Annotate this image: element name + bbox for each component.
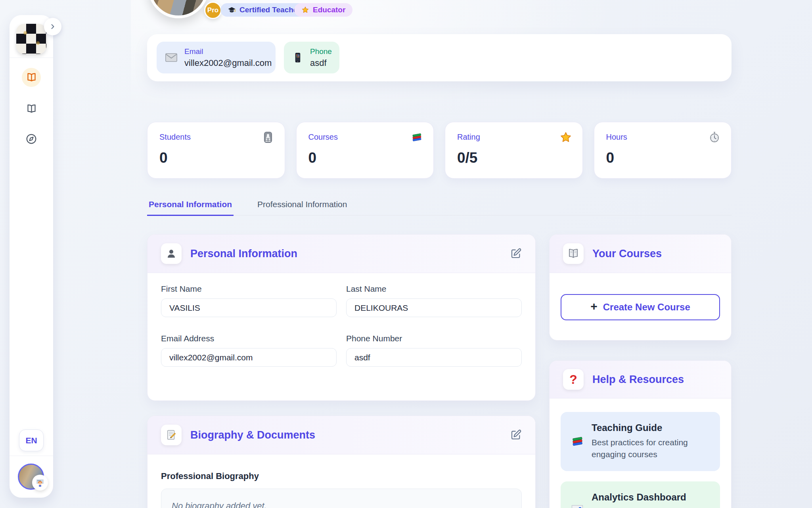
star-icon xyxy=(301,6,309,14)
sidebar-expand-button[interactable] xyxy=(44,18,61,35)
biography-section-label: Professional Biography xyxy=(161,471,522,481)
form-field-last-name: Last Name xyxy=(346,284,522,317)
card-title: Your Courses xyxy=(592,248,662,260)
personal-info-form: First Name Last Name Email Address Phone… xyxy=(147,273,535,378)
books-icon xyxy=(570,434,584,448)
tab-personal-information[interactable]: Personal Information xyxy=(147,198,234,216)
help-item-analytics-dashboard[interactable]: Analytics Dashboard Advanced insights in… xyxy=(561,481,720,508)
email-input[interactable] xyxy=(161,348,337,367)
graduation-cap-icon xyxy=(228,6,236,14)
email-value: villex2002@gmail.com xyxy=(184,58,272,68)
form-field-email: Email Address xyxy=(161,334,337,367)
email-chip: Email villex2002@gmail.com xyxy=(157,42,276,73)
email-label: Email xyxy=(184,47,272,56)
edit-biography-button[interactable] xyxy=(510,429,522,441)
card-header: Biography & Documents xyxy=(147,416,535,454)
stat-card-rating: Rating 0/5 xyxy=(445,122,583,179)
help-item-teaching-guide[interactable]: Teaching Guide Best practices for creati… xyxy=(561,412,720,471)
book-open-icon xyxy=(26,104,37,114)
personal-information-card: Personal Information First Name Last Nam… xyxy=(147,234,536,401)
sidebar-divider xyxy=(10,456,53,456)
teacher-icon xyxy=(32,475,48,491)
stat-value: 0 xyxy=(606,150,720,166)
sidebar-divider xyxy=(10,58,53,58)
language-button[interactable]: EN xyxy=(19,429,44,451)
edit-personal-info-button[interactable] xyxy=(510,248,522,260)
stat-label: Courses xyxy=(308,133,422,142)
sidebar-item-courses[interactable] xyxy=(22,68,41,87)
open-book-icon xyxy=(563,243,584,264)
card-header: Personal Information xyxy=(147,235,535,273)
chevron-right-icon xyxy=(49,23,57,31)
courses-body: + Create New Course xyxy=(550,273,731,341)
field-label: Last Name xyxy=(346,284,522,294)
biography-body: Professional Biography No biography adde… xyxy=(147,454,535,508)
plus-icon: + xyxy=(590,300,598,312)
create-new-course-button[interactable]: + Create New Course xyxy=(561,294,720,320)
card-header: ? Help & Resources xyxy=(550,361,731,398)
mobile-phone-icon xyxy=(292,52,304,64)
edit-icon xyxy=(510,248,522,260)
phone-label: Phone xyxy=(310,47,332,56)
students-icon xyxy=(262,131,274,144)
stopwatch-icon xyxy=(708,131,721,144)
last-name-input[interactable] xyxy=(346,298,522,317)
pro-badge-label: Pro xyxy=(207,6,218,14)
books-icon xyxy=(410,131,423,144)
card-title: Biography & Documents xyxy=(190,429,315,441)
card-title: Personal Information xyxy=(190,248,297,260)
phone-chip: Phone asdf xyxy=(284,42,339,73)
contact-card: Email villex2002@gmail.com Phone asdf xyxy=(147,34,732,81)
phone-value: asdf xyxy=(310,58,332,68)
profile-tabs: Personal Information Professional Inform… xyxy=(147,198,732,216)
stat-value: 0 xyxy=(159,150,273,166)
profile-photo[interactable] xyxy=(148,0,209,18)
stat-label: Students xyxy=(159,133,273,142)
biography-empty-box: No biography added yet. xyxy=(161,489,522,508)
help-item-description: Advanced insights into student performan… xyxy=(592,506,710,508)
teacher-dashboard: EN Pro Certified Teacher Educator xyxy=(0,0,812,508)
field-label: Phone Number xyxy=(346,334,522,343)
star-icon xyxy=(559,131,572,144)
sidebar: EN xyxy=(10,15,53,498)
stat-label: Hours xyxy=(606,133,720,142)
first-name-input[interactable] xyxy=(161,298,337,317)
form-field-first-name: First Name xyxy=(161,284,337,317)
educator-badge: Educator xyxy=(294,3,352,17)
tab-professional-information[interactable]: Professional Information xyxy=(256,198,349,215)
stat-card-students: Students 0 xyxy=(147,122,285,179)
stat-card-courses: Courses 0 xyxy=(296,122,434,179)
stat-label: Rating xyxy=(457,133,571,142)
bar-chart-icon xyxy=(570,504,584,508)
stat-value: 0/5 xyxy=(457,150,571,166)
sidebar-item-library[interactable] xyxy=(22,99,41,118)
sidebar-item-explore[interactable] xyxy=(22,129,41,148)
badge-label: Educator xyxy=(313,6,345,14)
field-label: First Name xyxy=(161,284,337,294)
help-resources-card: ? Help & Resources Teaching Guide Best p… xyxy=(549,360,732,508)
badge-label: Certified Teacher xyxy=(239,6,301,14)
card-header: Your Courses xyxy=(550,235,731,273)
compass-icon xyxy=(25,133,37,145)
create-course-label: Create New Course xyxy=(603,302,690,313)
envelope-icon xyxy=(165,51,178,64)
phone-input[interactable] xyxy=(346,348,522,367)
help-item-description: Best practices for creating engaging cou… xyxy=(592,437,710,461)
memo-pencil-icon xyxy=(161,425,182,445)
biography-empty-text: No biography added yet. xyxy=(172,501,511,508)
form-field-phone: Phone Number xyxy=(346,334,522,367)
book-open-icon xyxy=(26,72,37,83)
your-courses-card: Your Courses + Create New Course xyxy=(549,234,732,341)
help-item-title: Teaching Guide xyxy=(592,422,710,433)
stat-card-hours: Hours 0 xyxy=(594,122,732,179)
field-label: Email Address xyxy=(161,334,337,343)
brand-logo[interactable] xyxy=(16,24,46,54)
stats-row: Students 0 Courses 0 Rating 0/5 Hours xyxy=(147,122,732,179)
card-title: Help & Resources xyxy=(592,373,684,386)
biography-documents-card: Biography & Documents Professional Biogr… xyxy=(147,416,536,508)
stat-value: 0 xyxy=(308,150,422,166)
edit-icon xyxy=(510,429,522,441)
question-mark-icon: ? xyxy=(563,369,584,390)
person-bust-icon xyxy=(161,243,182,264)
help-item-title: Analytics Dashboard xyxy=(592,492,710,503)
